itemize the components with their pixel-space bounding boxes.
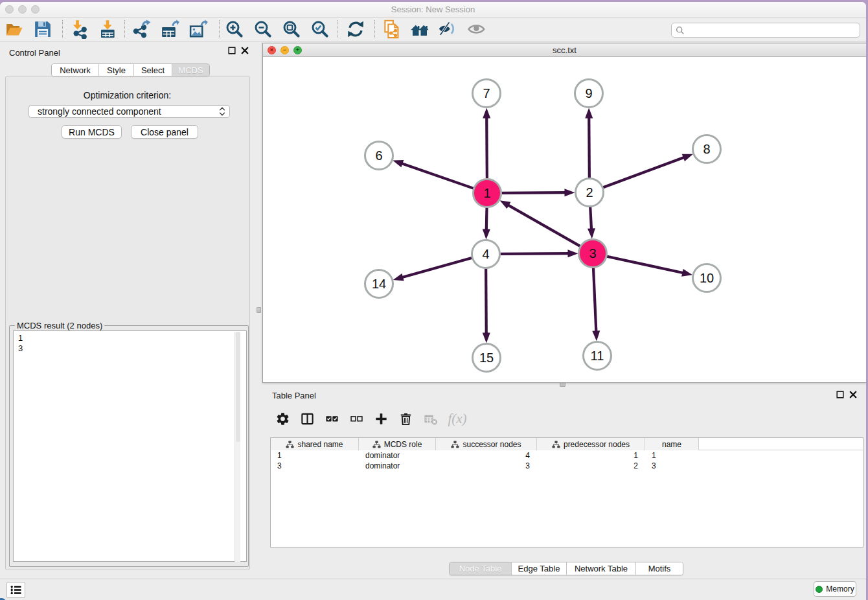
column-header-successor-nodes[interactable]: successor nodes: [436, 438, 537, 450]
close-panel-button[interactable]: Close panel: [131, 125, 198, 139]
tab-edge-table[interactable]: Edge Table: [511, 562, 566, 575]
mcds-result-list[interactable]: 13: [13, 330, 247, 562]
table-cell[interactable]: 1: [537, 451, 638, 460]
graph-edge-4-14[interactable]: [401, 258, 472, 277]
hide-selected-icon[interactable]: [436, 18, 459, 40]
graph-arrowhead: [681, 269, 692, 277]
graph-edge-2-8[interactable]: [603, 157, 685, 187]
column-type-icon: [372, 441, 381, 448]
deselect-all-icon[interactable]: [344, 407, 369, 430]
graph-edge-4-15[interactable]: [486, 268, 486, 334]
open-file-icon[interactable]: [3, 18, 26, 40]
table-cell[interactable]: 2: [537, 461, 638, 470]
import-network-icon[interactable]: [67, 18, 91, 40]
graph-edge-2-3[interactable]: [590, 207, 591, 230]
graph-edge-3-1[interactable]: [507, 205, 580, 246]
status-bar: [0, 579, 866, 600]
graph-arrowhead: [500, 200, 511, 209]
graph-node-label: 3: [589, 246, 596, 260]
table-cell[interactable]: 3: [436, 461, 530, 470]
main-toolbar: [0, 18, 866, 41]
zoom-out-icon[interactable]: [251, 18, 275, 40]
graph-edge-1-2[interactable]: [501, 192, 566, 193]
tab-network[interactable]: Network: [52, 64, 98, 76]
table-cell[interactable]: 3: [277, 461, 359, 470]
table-panel-title: Table Panel: [272, 391, 316, 400]
first-neighbors-icon[interactable]: [408, 18, 431, 40]
graph-node-label: 14: [372, 277, 386, 291]
column-header-predecessor-nodes[interactable]: predecessor nodes: [537, 438, 645, 450]
graph-arrowhead: [393, 160, 404, 167]
add-column-icon[interactable]: [369, 407, 393, 430]
save-session-icon[interactable]: [31, 18, 54, 40]
network-view-window: × − + scc.txt 7968124314101511: [262, 43, 866, 383]
float-table-panel-icon[interactable]: [836, 391, 844, 398]
apply-layout-icon[interactable]: [344, 18, 367, 40]
horizontal-splitter-grip[interactable]: [560, 382, 565, 387]
column-header-MCDS-role[interactable]: MCDS role: [359, 438, 436, 450]
delete-column-icon[interactable]: [393, 407, 418, 430]
graph-node-label: 7: [483, 86, 490, 100]
control-panel-title: Control Panel: [9, 48, 60, 58]
search-input[interactable]: [685, 23, 860, 37]
close-panel-icon[interactable]: [241, 47, 249, 54]
graph-edge-2-9[interactable]: [589, 116, 589, 178]
table-cell[interactable]: 4: [436, 451, 530, 460]
export-image-icon[interactable]: [187, 18, 210, 40]
graph-edge-3-10[interactable]: [607, 257, 684, 273]
graph-edge-1-4[interactable]: [486, 207, 487, 231]
network-graph-canvas[interactable]: 7968124314101511: [263, 58, 865, 383]
graph-edge-3-11[interactable]: [593, 268, 596, 332]
graph-node-label: 10: [700, 271, 714, 285]
column-selector-icon[interactable]: [295, 407, 319, 430]
graph-arrowhead: [585, 108, 593, 118]
table-row[interactable]: 1dominator411: [271, 450, 863, 461]
tab-network-table[interactable]: Network Table: [566, 562, 635, 575]
zoom-in-icon[interactable]: [223, 18, 246, 40]
table-cell[interactable]: 1: [652, 451, 699, 460]
export-table-icon[interactable]: [158, 18, 181, 40]
zoom-selected-icon[interactable]: [308, 18, 332, 40]
graph-arrowhead: [564, 189, 575, 196]
tab-mcds[interactable]: MCDS: [172, 64, 209, 76]
table-cell[interactable]: dominator: [365, 461, 436, 470]
tab-select[interactable]: Select: [133, 64, 172, 76]
select-all-icon[interactable]: [319, 407, 344, 430]
task-history-button[interactable]: [6, 582, 25, 598]
vertical-splitter-grip[interactable]: [257, 307, 261, 313]
tab-motifs[interactable]: Motifs: [635, 562, 683, 575]
graph-edge-1-6[interactable]: [401, 163, 474, 189]
graph-arrowhead: [483, 108, 490, 118]
import-table-icon[interactable]: [96, 18, 119, 40]
criterion-dropdown[interactable]: strongly connected component: [29, 105, 230, 118]
function-builder-icon[interactable]: f(x): [442, 407, 472, 430]
memory-button[interactable]: Memory: [814, 581, 856, 597]
result-scrollbar[interactable]: [234, 332, 240, 562]
tab-node-table[interactable]: Node Table: [450, 562, 511, 575]
table-row[interactable]: 3dominator323: [271, 461, 863, 471]
graph-edge-4-3[interactable]: [500, 253, 569, 254]
table-panel: Table Panel: [262, 387, 866, 577]
zoom-fit-icon[interactable]: [280, 18, 303, 40]
search-box[interactable]: [671, 23, 860, 38]
float-panel-icon[interactable]: [228, 47, 236, 54]
table-cell[interactable]: 3: [652, 461, 699, 470]
table-cell[interactable]: dominator: [365, 451, 436, 460]
node-table: shared nameMCDS rolesuccessor nodesprede…: [270, 437, 863, 548]
table-cell[interactable]: 1: [277, 451, 359, 460]
export-network-icon[interactable]: [130, 18, 153, 40]
close-table-panel-icon[interactable]: [849, 391, 857, 398]
column-header-shared-name[interactable]: shared name: [271, 438, 359, 450]
table-settings-icon[interactable]: [270, 407, 295, 430]
tab-style[interactable]: Style: [98, 64, 133, 76]
graph-node-label: 11: [591, 349, 604, 363]
column-header-name[interactable]: name: [645, 438, 699, 450]
delete-table-icon[interactable]: [418, 407, 442, 430]
show-all-icon[interactable]: [465, 18, 488, 40]
run-mcds-button[interactable]: Run MCDS: [62, 125, 122, 139]
graph-edge-1-7[interactable]: [486, 116, 487, 178]
toolbar-separator: [337, 20, 337, 38]
network-from-selection-icon[interactable]: [380, 18, 404, 40]
memory-status-icon: [816, 586, 823, 593]
graph-node-label: 6: [375, 148, 382, 163]
